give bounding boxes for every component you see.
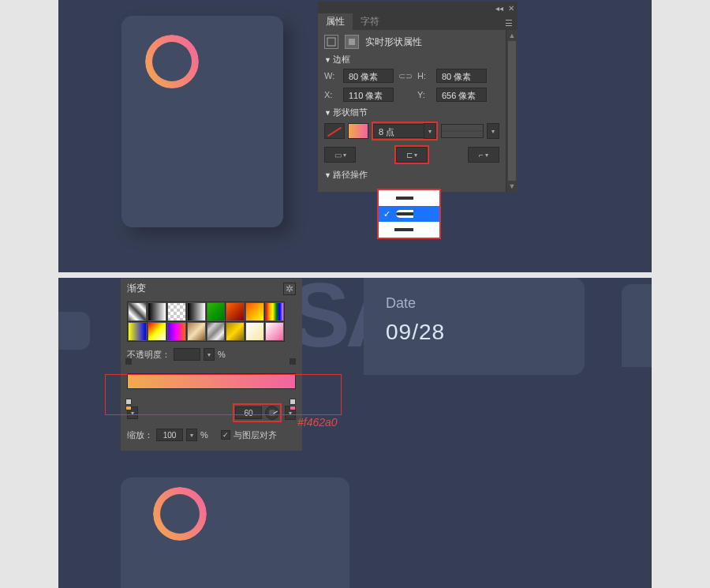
properties-panel: ◂◂ ✕ 属性 字符 ☰ 实时形状属性 边框 W:: [318, 2, 518, 192]
gradient-ring-shape[interactable]: [145, 35, 199, 88]
join-select[interactable]: ⌐▾: [468, 147, 499, 163]
scroll-up-icon[interactable]: ▲: [509, 32, 516, 39]
svg-rect-0: [327, 38, 335, 46]
panel-header-title: 实时形状属性: [365, 36, 422, 49]
stroke-width-input[interactable]: 8 点: [373, 124, 424, 138]
close-icon[interactable]: ✕: [508, 4, 514, 13]
cap-select-highlight: ⊏▾: [394, 145, 429, 164]
cap-option-square[interactable]: [379, 222, 439, 238]
scroll-thumb[interactable]: [508, 41, 516, 181]
shape-mask-icon[interactable]: [324, 35, 338, 49]
height-input[interactable]: 80 像素: [436, 69, 487, 83]
tab-properties[interactable]: 属性: [318, 13, 353, 30]
align-stroke-select[interactable]: ▭▾: [324, 147, 356, 163]
y-label: Y:: [417, 90, 432, 99]
stroke-style-dropdown[interactable]: ▾: [487, 123, 499, 139]
tutorial-composite: ◂◂ ✕ 属性 字符 ☰ 实时形状属性 边框 W:: [0, 0, 710, 278]
panel-header: 实时形状属性: [324, 35, 499, 49]
width-label: W:: [324, 71, 338, 81]
height-label: H:: [417, 71, 432, 81]
live-shape-icon[interactable]: [345, 35, 359, 49]
section-bounds[interactable]: 边框: [324, 54, 499, 66]
upper-region: ◂◂ ✕ 属性 字符 ☰ 实时形状属性 边框 W:: [58, 0, 652, 272]
stroke-width-dropdown[interactable]: ▾: [424, 123, 436, 139]
cap-dropdown-open: ✓: [377, 189, 441, 239]
x-input[interactable]: 110 像素: [343, 88, 394, 102]
canvas-card: [121, 16, 283, 227]
panel-titlebar[interactable]: ◂◂ ✕: [318, 2, 518, 14]
link-wh-icon[interactable]: ⊂⊃: [398, 71, 413, 81]
svg-rect-1: [349, 39, 355, 45]
section-shape-detail[interactable]: 形状细节: [324, 107, 499, 118]
stroke-swatch[interactable]: [348, 123, 368, 139]
panel-tabs: 属性 字符 ☰: [318, 14, 518, 30]
width-input[interactable]: 80 像素: [343, 69, 394, 83]
x-label: X:: [324, 90, 338, 99]
panel-scrollbar[interactable]: ▲ ▼: [506, 30, 518, 192]
section-path-ops[interactable]: 路径操作: [324, 169, 499, 181]
cap-select[interactable]: ⊏▾: [396, 147, 428, 163]
stroke-width-highlight: 8 点 ▾: [372, 122, 438, 140]
y-input[interactable]: 656 像素: [436, 88, 487, 102]
stroke-style-preview[interactable]: [441, 124, 484, 138]
cap-option-butt[interactable]: [379, 190, 439, 206]
tab-character[interactable]: 字符: [353, 13, 387, 30]
cap-option-round[interactable]: ✓: [379, 206, 439, 222]
collapse-icon[interactable]: ◂◂: [495, 4, 503, 13]
scroll-down-icon[interactable]: ▼: [509, 182, 516, 190]
fill-swatch[interactable]: [324, 123, 345, 139]
panel-menu-icon[interactable]: ☰: [500, 17, 518, 30]
